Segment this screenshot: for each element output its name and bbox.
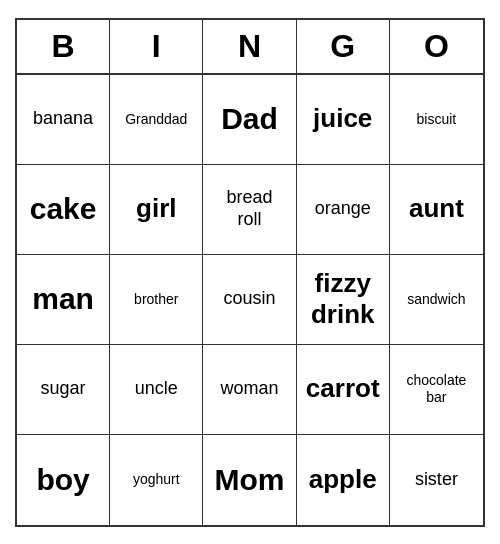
cell-r3-c3: carrot [297,345,390,435]
cell-text: cake [30,191,97,227]
cell-text: biscuit [417,111,457,128]
cell-text: woman [220,378,278,400]
cell-text: man [32,281,94,317]
cell-text: fizzydrink [311,268,375,330]
header-letter: I [110,20,203,73]
cell-text: banana [33,108,93,130]
cell-r4-c4: sister [390,435,483,525]
cell-text: apple [309,464,377,495]
cell-r1-c2: breadroll [203,165,296,255]
cell-r2-c0: man [17,255,110,345]
header-letter: O [390,20,483,73]
cell-text: sister [415,469,458,491]
cell-r0-c2: Dad [203,75,296,165]
cell-text: aunt [409,193,464,224]
cell-text: breadroll [226,187,272,230]
cell-text: girl [136,193,176,224]
cell-text: boy [36,462,89,498]
header-letter: B [17,20,110,73]
cell-r2-c3: fizzydrink [297,255,390,345]
cell-r2-c1: brother [110,255,203,345]
cell-r4-c3: apple [297,435,390,525]
cell-text: sugar [41,378,86,400]
cell-r0-c0: banana [17,75,110,165]
cell-text: carrot [306,373,380,404]
cell-text: Mom [214,462,284,498]
cell-text: juice [313,103,372,134]
cell-text: Granddad [125,111,187,128]
cell-text: chocolatebar [406,372,466,406]
cell-r1-c0: cake [17,165,110,255]
cell-text: Dad [221,101,278,137]
cell-r4-c0: boy [17,435,110,525]
cell-r3-c2: woman [203,345,296,435]
cell-r0-c4: biscuit [390,75,483,165]
cell-r3-c1: uncle [110,345,203,435]
bingo-card: BINGO bananaGranddadDadjuicebiscuitcakeg… [15,18,485,527]
cell-r1-c4: aunt [390,165,483,255]
header-letter: N [203,20,296,73]
header-letter: G [297,20,390,73]
cell-text: cousin [223,288,275,310]
cell-r2-c2: cousin [203,255,296,345]
cell-r0-c1: Granddad [110,75,203,165]
cell-r4-c2: Mom [203,435,296,525]
cell-text: yoghurt [133,471,180,488]
cell-r0-c3: juice [297,75,390,165]
cell-r1-c3: orange [297,165,390,255]
cell-r4-c1: yoghurt [110,435,203,525]
cell-text: uncle [135,378,178,400]
cell-text: orange [315,198,371,220]
cell-r3-c0: sugar [17,345,110,435]
cell-r3-c4: chocolatebar [390,345,483,435]
cell-text: sandwich [407,291,465,308]
cell-r1-c1: girl [110,165,203,255]
cell-r2-c4: sandwich [390,255,483,345]
cell-text: brother [134,291,178,308]
bingo-grid: bananaGranddadDadjuicebiscuitcakegirlbre… [17,75,483,525]
bingo-header: BINGO [17,20,483,75]
